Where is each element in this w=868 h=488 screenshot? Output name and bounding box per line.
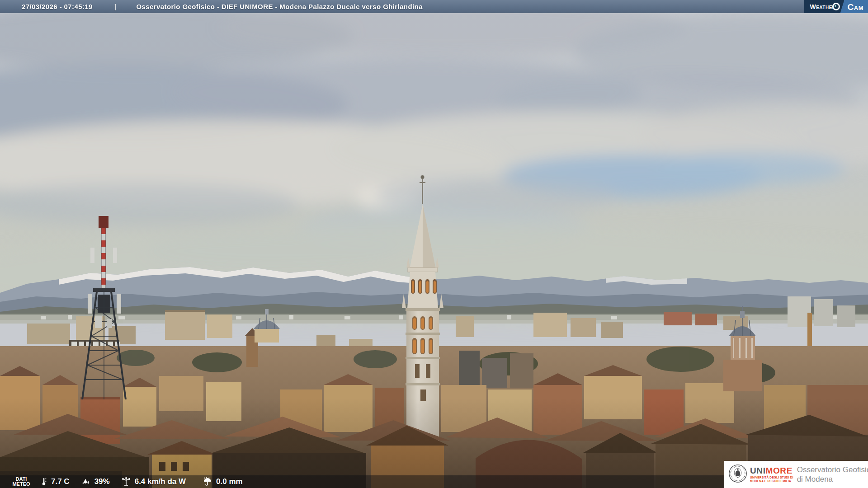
weathercam-cam-label: Cam [848, 2, 863, 12]
unimore-branding-box: UNIMORE UNIVERSITÀ DEGLI STUDI DI MODENA… [724, 461, 868, 488]
temperature-reading: 7.7 C [40, 476, 70, 487]
webcam-header-bar: 27/03/2026 - 07:45:19 | Osservatorio Geo… [0, 0, 868, 13]
humidity-value: 39% [94, 477, 110, 486]
umbrella-rain-icon [202, 476, 213, 487]
humidity-reading: 39% [80, 476, 110, 487]
humidity-drops-icon [80, 476, 91, 487]
rain-reading: 0.0 mm [202, 476, 243, 487]
modena-skyline-scene [0, 0, 868, 488]
weathercam-logo-right: Cam [840, 0, 868, 13]
unimore-subtitle: UNIVERSITÀ DEGLI STUDI DI MODENA E REGGI… [750, 476, 793, 483]
temperature-value: 7.7 C [51, 477, 70, 486]
anemometer-icon [121, 476, 132, 487]
observatory-name: Osservatorio Geofisico di Modena [797, 465, 868, 484]
timestamp: 27/03/2026 - 07:45:19 [22, 3, 93, 10]
webcam-viewer: 27/03/2026 - 07:45:19 | Osservatorio Geo… [0, 0, 868, 488]
rain-value: 0.0 mm [216, 477, 243, 486]
weathercam-logo: Weather Cam [804, 0, 868, 13]
unimore-wordmark: UNIMORE UNIVERSITÀ DEGLI STUDI DI MODENA… [750, 466, 793, 483]
thermometer-icon [40, 476, 48, 487]
unimore-acronym-uni: UNI [750, 466, 766, 475]
camera-lens-icon [832, 3, 840, 10]
webcam-photo [0, 0, 868, 488]
meteo-data-label: DATI METEO [8, 477, 34, 487]
wind-value: 6.4 km/h da W [135, 477, 186, 486]
unimore-acronym-more: MORE [766, 466, 793, 475]
wind-reading: 6.4 km/h da W [121, 476, 186, 487]
webcam-title: Osservatorio Geofisico - DIEF UNIMORE - … [136, 3, 422, 10]
weathercam-weather-label: Weather [810, 3, 835, 10]
separator: | [114, 3, 117, 10]
unimore-crest-seal-icon [728, 464, 747, 485]
